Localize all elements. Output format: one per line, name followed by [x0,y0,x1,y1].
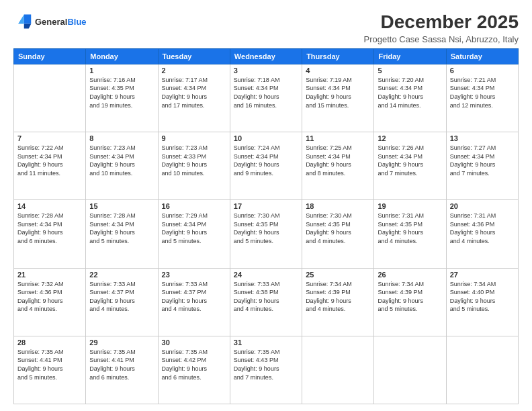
table-row: 8Sunrise: 7:23 AMSunset: 4:34 PMDaylight… [86,132,158,200]
table-row [14,64,86,132]
day-number: 24 [234,271,298,279]
day-info: Sunrise: 7:34 AMSunset: 4:40 PMDaylight:… [450,280,515,314]
day-number: 17 [234,202,298,210]
table-row: 20Sunrise: 7:31 AMSunset: 4:36 PMDayligh… [446,200,518,268]
day-info: Sunrise: 7:31 AMSunset: 4:35 PMDaylight:… [378,212,442,245]
logo-icon [13,12,32,31]
svg-marker-0 [24,15,32,24]
day-info: Sunrise: 7:28 AMSunset: 4:34 PMDaylight:… [17,212,82,245]
day-number: 4 [306,66,370,75]
col-tuesday: Tuesday [158,48,230,64]
day-info: Sunrise: 7:17 AMSunset: 4:34 PMDaylight:… [162,76,226,109]
day-info: Sunrise: 7:32 AMSunset: 4:36 PMDaylight:… [17,280,82,314]
calendar-table: Sunday Monday Tuesday Wednesday Thursday… [13,48,519,404]
table-row: 21Sunrise: 7:32 AMSunset: 4:36 PMDayligh… [14,268,86,336]
col-monday: Monday [86,48,158,64]
col-saturday: Saturday [446,48,518,64]
day-number: 29 [89,338,154,347]
col-sunday: Sunday [14,48,86,64]
table-row: 19Sunrise: 7:31 AMSunset: 4:35 PMDayligh… [374,200,446,268]
table-row: 25Sunrise: 7:34 AMSunset: 4:39 PMDayligh… [302,268,374,336]
day-info: Sunrise: 7:33 AMSunset: 4:37 PMDaylight:… [89,280,154,314]
table-row: 7Sunrise: 7:22 AMSunset: 4:34 PMDaylight… [14,132,86,200]
day-info: Sunrise: 7:27 AMSunset: 4:34 PMDaylight:… [450,144,515,177]
table-row: 10Sunrise: 7:24 AMSunset: 4:34 PMDayligh… [230,132,302,200]
day-number: 15 [89,202,154,210]
table-row: 1Sunrise: 7:16 AMSunset: 4:35 PMDaylight… [86,64,158,132]
svg-marker-1 [24,24,32,29]
table-row: 31Sunrise: 7:35 AMSunset: 4:43 PMDayligh… [230,336,302,404]
col-friday: Friday [374,48,446,64]
day-number: 20 [450,202,515,210]
day-number: 28 [17,338,82,347]
table-row [374,336,446,404]
day-info: Sunrise: 7:19 AMSunset: 4:34 PMDaylight:… [306,76,370,109]
logo-text: GeneralBlue [35,17,87,27]
day-number: 13 [450,134,515,142]
table-row: 18Sunrise: 7:30 AMSunset: 4:35 PMDayligh… [302,200,374,268]
table-row: 27Sunrise: 7:34 AMSunset: 4:40 PMDayligh… [446,268,518,336]
table-row: 12Sunrise: 7:26 AMSunset: 4:34 PMDayligh… [374,132,446,200]
day-number: 30 [162,338,226,347]
table-row: 29Sunrise: 7:35 AMSunset: 4:41 PMDayligh… [86,336,158,404]
day-number: 11 [306,134,370,142]
day-number: 1 [89,66,154,75]
day-info: Sunrise: 7:34 AMSunset: 4:39 PMDaylight:… [378,280,442,314]
day-number: 22 [89,271,154,279]
header: GeneralBlue December 2025 Progetto Case … [13,12,519,44]
day-info: Sunrise: 7:30 AMSunset: 4:35 PMDaylight:… [234,212,298,245]
day-info: Sunrise: 7:35 AMSunset: 4:42 PMDaylight:… [162,348,226,381]
day-info: Sunrise: 7:35 AMSunset: 4:41 PMDaylight:… [89,348,154,381]
table-row: 22Sunrise: 7:33 AMSunset: 4:37 PMDayligh… [86,268,158,336]
day-info: Sunrise: 7:28 AMSunset: 4:34 PMDaylight:… [89,212,154,245]
table-row: 24Sunrise: 7:33 AMSunset: 4:38 PMDayligh… [230,268,302,336]
day-info: Sunrise: 7:24 AMSunset: 4:34 PMDaylight:… [234,144,298,177]
day-info: Sunrise: 7:31 AMSunset: 4:36 PMDaylight:… [450,212,515,245]
day-info: Sunrise: 7:35 AMSunset: 4:41 PMDaylight:… [17,348,82,381]
day-info: Sunrise: 7:20 AMSunset: 4:34 PMDaylight:… [378,76,442,109]
col-thursday: Thursday [302,48,374,64]
col-wednesday: Wednesday [230,48,302,64]
day-number: 25 [306,271,370,279]
day-info: Sunrise: 7:30 AMSunset: 4:35 PMDaylight:… [306,212,370,245]
day-number: 2 [162,66,226,75]
day-info: Sunrise: 7:33 AMSunset: 4:37 PMDaylight:… [162,280,226,314]
day-number: 6 [450,66,515,75]
day-number: 19 [378,202,442,210]
table-row: 11Sunrise: 7:25 AMSunset: 4:34 PMDayligh… [302,132,374,200]
day-number: 3 [234,66,298,75]
table-row: 14Sunrise: 7:28 AMSunset: 4:34 PMDayligh… [14,200,86,268]
table-row: 3Sunrise: 7:18 AMSunset: 4:34 PMDaylight… [230,64,302,132]
day-number: 12 [378,134,442,142]
day-info: Sunrise: 7:29 AMSunset: 4:34 PMDaylight:… [162,212,226,245]
day-info: Sunrise: 7:25 AMSunset: 4:34 PMDaylight:… [306,144,370,177]
table-row: 17Sunrise: 7:30 AMSunset: 4:35 PMDayligh… [230,200,302,268]
table-row [446,336,518,404]
table-row: 30Sunrise: 7:35 AMSunset: 4:42 PMDayligh… [158,336,230,404]
month-title: December 2025 [364,12,519,33]
svg-marker-2 [18,15,24,24]
subtitle: Progetto Case Sassa Nsi, Abruzzo, Italy [364,34,519,44]
day-info: Sunrise: 7:33 AMSunset: 4:38 PMDaylight:… [234,280,298,314]
day-number: 7 [17,134,82,142]
day-number: 23 [162,271,226,279]
table-row: 23Sunrise: 7:33 AMSunset: 4:37 PMDayligh… [158,268,230,336]
table-row: 4Sunrise: 7:19 AMSunset: 4:34 PMDaylight… [302,64,374,132]
table-row: 16Sunrise: 7:29 AMSunset: 4:34 PMDayligh… [158,200,230,268]
title-block: December 2025 Progetto Case Sassa Nsi, A… [364,12,519,44]
table-row: 15Sunrise: 7:28 AMSunset: 4:34 PMDayligh… [86,200,158,268]
table-row: 5Sunrise: 7:20 AMSunset: 4:34 PMDaylight… [374,64,446,132]
day-info: Sunrise: 7:16 AMSunset: 4:35 PMDaylight:… [89,76,154,109]
page: GeneralBlue December 2025 Progetto Case … [0,0,532,411]
day-number: 14 [17,202,82,210]
day-number: 5 [378,66,442,75]
table-row: 2Sunrise: 7:17 AMSunset: 4:34 PMDaylight… [158,64,230,132]
table-row: 6Sunrise: 7:21 AMSunset: 4:34 PMDaylight… [446,64,518,132]
day-info: Sunrise: 7:34 AMSunset: 4:39 PMDaylight:… [306,280,370,314]
day-info: Sunrise: 7:23 AMSunset: 4:34 PMDaylight:… [89,144,154,177]
day-number: 21 [17,271,82,279]
day-info: Sunrise: 7:18 AMSunset: 4:34 PMDaylight:… [234,76,298,109]
table-row: 26Sunrise: 7:34 AMSunset: 4:39 PMDayligh… [374,268,446,336]
day-info: Sunrise: 7:23 AMSunset: 4:33 PMDaylight:… [162,144,226,177]
day-info: Sunrise: 7:21 AMSunset: 4:34 PMDaylight:… [450,76,515,109]
